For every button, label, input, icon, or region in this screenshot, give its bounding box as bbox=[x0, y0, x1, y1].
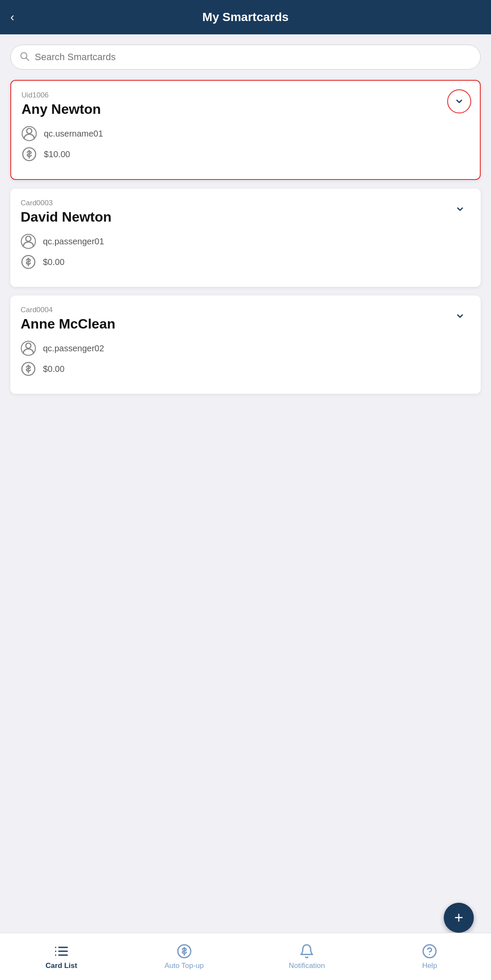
card-username-row: qc.passenger02 bbox=[21, 341, 470, 356]
card-id: Card0004 bbox=[21, 306, 470, 314]
back-button[interactable]: ‹ bbox=[10, 10, 14, 24]
card-item[interactable]: Uid1006 Any Newton qc.username01 $10.00 bbox=[10, 80, 481, 180]
card-list-icon bbox=[54, 943, 69, 959]
card-balance-row: $0.00 bbox=[21, 361, 470, 377]
page-title: My Smartcards bbox=[202, 10, 289, 24]
expand-button[interactable] bbox=[448, 197, 472, 221]
svg-line-1 bbox=[26, 58, 29, 61]
card-id: Card0003 bbox=[21, 199, 470, 207]
search-wrapper[interactable] bbox=[10, 45, 481, 70]
card-username: qc.passenger02 bbox=[43, 344, 104, 353]
cards-list: Uid1006 Any Newton qc.username01 $10.00 … bbox=[0, 76, 491, 933]
nav-item-notification[interactable]: Notification bbox=[246, 933, 369, 980]
nav-item-auto-topup[interactable]: Auto Top-up bbox=[123, 933, 246, 980]
card-name: Anne McClean bbox=[21, 316, 470, 332]
chevron-icon bbox=[448, 304, 472, 328]
card-username: qc.passenger01 bbox=[43, 237, 104, 247]
help-icon bbox=[422, 943, 437, 959]
svg-point-5 bbox=[26, 236, 31, 241]
card-username-row: qc.username01 bbox=[21, 126, 470, 141]
dollar-icon bbox=[21, 254, 36, 270]
card-balance: $10.00 bbox=[44, 149, 70, 159]
card-id: Uid1006 bbox=[21, 91, 470, 100]
card-username: qc.username01 bbox=[44, 129, 103, 139]
dollar-icon bbox=[21, 361, 36, 377]
chevron-icon bbox=[448, 197, 472, 221]
auto-topup-label: Auto Top-up bbox=[165, 962, 204, 970]
card-balance: $0.00 bbox=[43, 257, 64, 267]
person-icon bbox=[21, 126, 37, 141]
add-card-button[interactable]: + bbox=[444, 903, 474, 933]
card-item[interactable]: Card0003 David Newton qc.passenger01 $0.… bbox=[10, 189, 481, 287]
card-name: Any Newton bbox=[21, 101, 470, 117]
svg-point-8 bbox=[26, 343, 31, 348]
help-label: Help bbox=[422, 962, 437, 970]
card-list-label: Card List bbox=[46, 962, 77, 970]
nav-item-card-list[interactable]: Card List bbox=[0, 933, 123, 980]
notification-label: Notification bbox=[289, 962, 325, 970]
expand-button[interactable] bbox=[448, 304, 472, 328]
card-balance: $0.00 bbox=[43, 364, 64, 374]
notification-icon bbox=[299, 943, 314, 959]
card-username-row: qc.passenger01 bbox=[21, 234, 470, 249]
search-input[interactable] bbox=[35, 52, 472, 63]
card-balance-row: $10.00 bbox=[21, 146, 470, 162]
svg-point-2 bbox=[27, 128, 32, 134]
bottom-navigation: Card List Auto Top-up Notification Help bbox=[0, 933, 491, 980]
dollar-icon bbox=[21, 146, 37, 162]
search-section bbox=[0, 34, 491, 76]
auto-topup-icon bbox=[177, 943, 192, 959]
card-name: David Newton bbox=[21, 209, 470, 225]
nav-item-help[interactable]: Help bbox=[368, 933, 491, 980]
expand-button[interactable] bbox=[447, 89, 471, 113]
app-header: ‹ My Smartcards bbox=[0, 0, 491, 34]
card-balance-row: $0.00 bbox=[21, 254, 470, 270]
card-item[interactable]: Card0004 Anne McClean qc.passenger02 $0.… bbox=[10, 295, 481, 394]
chevron-circle-icon bbox=[447, 89, 471, 113]
person-icon bbox=[21, 341, 36, 356]
person-icon bbox=[21, 234, 36, 249]
search-icon bbox=[19, 51, 30, 63]
